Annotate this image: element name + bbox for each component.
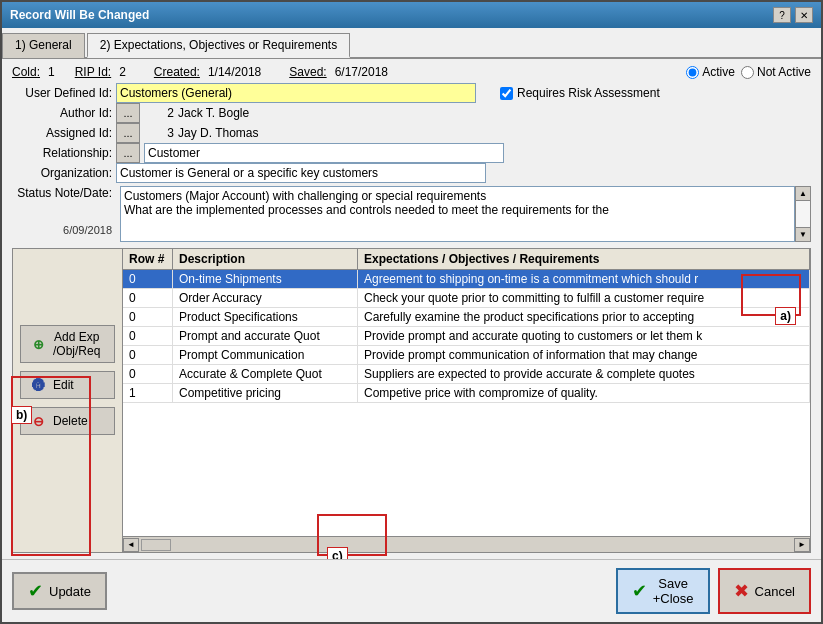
tab-general[interactable]: 1) General — [2, 33, 85, 58]
table-row[interactable]: 0Product SpecificationsCarefully examine… — [123, 308, 810, 327]
table-row[interactable]: 0Prompt and accurate QuotProvide prompt … — [123, 327, 810, 346]
assigned-id-browse-button[interactable]: ... — [116, 123, 140, 143]
meta-row: Cold: 1 RIP Id: 2 Created: 1/14/2018 Sav… — [12, 65, 811, 79]
organization-row: Organization: — [12, 163, 811, 183]
status-date: 6/09/2018 — [12, 222, 112, 236]
cell-desc: Competitive pricing — [173, 384, 358, 402]
col-header-row: Row # — [123, 249, 173, 269]
cold-label: Cold: — [12, 65, 40, 79]
edit-button[interactable]: 🅐 Edit — [20, 371, 115, 399]
update-button[interactable]: ✔ Update — [12, 572, 107, 610]
not-active-radio-option[interactable]: Not Active — [741, 65, 811, 79]
table-row[interactable]: 0On-time ShipmentsAgreement to shipping … — [123, 270, 810, 289]
close-button[interactable]: ✕ — [795, 7, 813, 23]
rip-value: 2 — [119, 65, 126, 79]
table-row[interactable]: 1Competitive pricingCompetive price with… — [123, 384, 810, 403]
scroll-thumb[interactable] — [141, 539, 171, 551]
table-section: ⊕ Add Exp/Obj/Req 🅐 Edit ⊖ Delete Row # … — [12, 248, 811, 553]
cancel-x-icon: ✖ — [734, 580, 749, 602]
active-radio[interactable] — [686, 66, 699, 79]
cold-value: 1 — [48, 65, 55, 79]
table-row[interactable]: 0Order AccuracyCheck your quote prior to… — [123, 289, 810, 308]
cell-desc: Order Accuracy — [173, 289, 358, 307]
delete-button[interactable]: ⊖ Delete — [20, 407, 115, 435]
requires-risk-checkbox[interactable] — [500, 87, 513, 100]
tab-expectations[interactable]: 2) Expectations, Objectives or Requireme… — [87, 33, 350, 58]
requires-risk-label: Requires Risk Assessment — [517, 86, 660, 100]
edit-label: Edit — [53, 378, 74, 392]
add-exp-button[interactable]: ⊕ Add Exp/Obj/Req — [20, 325, 115, 363]
horizontal-scrollbar[interactable]: ◄ ► — [123, 536, 810, 552]
bottom-right: ✔ Save+Close ✖ Cancel — [616, 568, 811, 614]
rip-label: RIP Id: — [75, 65, 111, 79]
title-bar-controls: ? ✕ — [773, 7, 813, 23]
delete-label: Delete — [53, 414, 88, 428]
table-row[interactable]: 0Prompt CommunicationProvide prompt comm… — [123, 346, 810, 365]
window-title: Record Will Be Changed — [10, 8, 149, 22]
table-body: 0On-time ShipmentsAgreement to shipping … — [123, 270, 810, 536]
status-scrollbar[interactable]: ▲ ▼ — [795, 186, 811, 242]
relationship-browse-button[interactable]: ... — [116, 143, 140, 163]
data-table: Row # Description Expectations / Objecti… — [123, 249, 810, 552]
author-id-label: Author Id: — [12, 106, 112, 120]
not-active-label: Not Active — [757, 65, 811, 79]
cell-row-num: 0 — [123, 365, 173, 383]
organization-label: Organization: — [12, 166, 112, 180]
cell-row-num: 0 — [123, 308, 173, 326]
scroll-left-button[interactable]: ◄ — [123, 538, 139, 552]
status-note-label: Status Note/Date: — [17, 186, 112, 200]
saved-label: Saved: — [289, 65, 326, 79]
assigned-id-name: Jay D. Thomas — [178, 126, 258, 140]
save-close-label: Save+Close — [653, 576, 694, 606]
scroll-down-button[interactable]: ▼ — [796, 227, 810, 241]
table-row[interactable]: 0Accurate & Complete QuotSuppliers are e… — [123, 365, 810, 384]
add-exp-label: Add Exp/Obj/Req — [53, 330, 100, 358]
cell-exp: Provide prompt and accurate quoting to c… — [358, 327, 810, 345]
author-id-num: 2 — [144, 106, 174, 120]
scroll-track — [796, 201, 810, 227]
cell-desc: Prompt and accurate Quot — [173, 327, 358, 345]
content-area: Cold: 1 RIP Id: 2 Created: 1/14/2018 Sav… — [2, 59, 821, 559]
relationship-label: Relationship: — [12, 146, 112, 160]
user-defined-id-input[interactable] — [116, 83, 476, 103]
created-label: Created: — [154, 65, 200, 79]
author-id-name: Jack T. Bogle — [178, 106, 249, 120]
cell-desc: Prompt Communication — [173, 346, 358, 364]
cancel-button[interactable]: ✖ Cancel — [718, 568, 811, 614]
status-note-section: Status Note/Date: 6/09/2018 Customers (M… — [12, 186, 811, 242]
active-radio-option[interactable]: Active — [686, 65, 735, 79]
cell-exp: Agreement to shipping on-time is a commi… — [358, 270, 810, 288]
cell-exp: Carefully examine the product specificat… — [358, 308, 810, 326]
requires-risk-row: Requires Risk Assessment — [500, 86, 660, 100]
cell-row-num: 0 — [123, 270, 173, 288]
cancel-label: Cancel — [755, 584, 795, 599]
author-id-browse-button[interactable]: ... — [116, 103, 140, 123]
table-header: Row # Description Expectations / Objecti… — [123, 249, 810, 270]
not-active-radio[interactable] — [741, 66, 754, 79]
assigned-id-num: 3 — [144, 126, 174, 140]
user-defined-id-label: User Defined Id: — [12, 86, 112, 100]
help-button[interactable]: ? — [773, 7, 791, 23]
annotation-a-label: a) — [775, 307, 796, 325]
saved-value: 6/17/2018 — [335, 65, 388, 79]
assigned-id-label: Assigned Id: — [12, 126, 112, 140]
col-header-exp: Expectations / Objectives / Requirements — [358, 249, 810, 269]
relationship-row: Relationship: ... — [12, 143, 811, 163]
update-check-icon: ✔ — [28, 580, 43, 602]
active-label: Active — [702, 65, 735, 79]
col-header-desc: Description — [173, 249, 358, 269]
cell-row-num: 0 — [123, 289, 173, 307]
relationship-input[interactable] — [144, 143, 504, 163]
cell-desc: On-time Shipments — [173, 270, 358, 288]
scroll-right-button[interactable]: ► — [794, 538, 810, 552]
status-note-textarea[interactable]: Customers (Major Account) with challengi… — [120, 186, 795, 242]
action-buttons-panel: ⊕ Add Exp/Obj/Req 🅐 Edit ⊖ Delete — [13, 249, 123, 552]
created-value: 1/14/2018 — [208, 65, 261, 79]
status-radio-group: Active Not Active — [686, 65, 811, 79]
bottom-bar: ✔ Update ✔ Save+Close ✖ Cancel — [2, 559, 821, 622]
organization-input[interactable] — [116, 163, 486, 183]
cell-exp: Suppliers are expected to provide accura… — [358, 365, 810, 383]
scroll-up-button[interactable]: ▲ — [796, 187, 810, 201]
save-close-button[interactable]: ✔ Save+Close — [616, 568, 710, 614]
cell-exp: Check your quote prior to committing to … — [358, 289, 810, 307]
